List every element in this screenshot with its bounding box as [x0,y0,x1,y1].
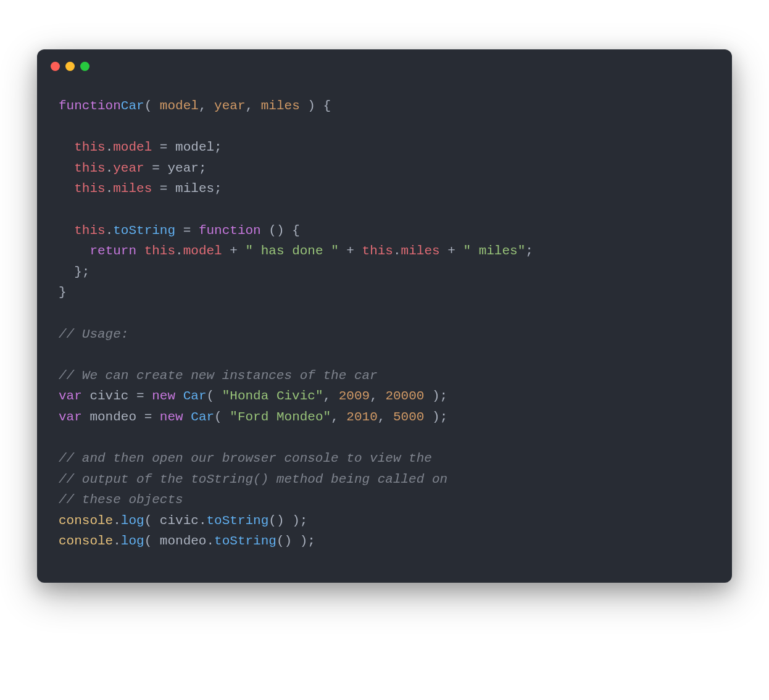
keyword-new: new [160,410,183,424]
comment: // output of the toString() method being… [59,472,447,486]
property: year [113,161,144,175]
string-literal: " has done " [246,244,339,258]
minimize-icon[interactable] [65,62,75,71]
number-literal: 2009 [339,389,370,403]
property: miles [113,181,152,196]
string-literal: "Honda Civic" [222,389,323,403]
maximize-icon[interactable] [80,62,89,71]
close-icon[interactable] [51,62,60,71]
function-name: Car [121,99,144,113]
number-literal: 5000 [393,410,424,424]
comment: // these objects [59,493,183,507]
string-literal: " miles" [463,244,525,258]
object-console: console [59,534,113,548]
property: miles [401,244,440,258]
keyword-var: var [59,389,82,403]
method-log: log [121,534,144,548]
keyword-function: function [199,223,261,238]
keyword-function: function [59,99,121,113]
constructor: Car [191,410,214,424]
number-literal: 2010 [346,410,377,424]
keyword-this: this [74,223,105,238]
keyword-this: this [362,244,393,258]
param: model [160,99,199,113]
param: year [214,99,245,113]
keyword-this: this [74,181,105,196]
method: toString [214,534,276,548]
code-editor: functionCar( model, year, miles ) { this… [37,77,732,583]
keyword-this: this [74,161,105,175]
property: model [113,140,152,154]
method-log: log [121,514,144,528]
keyword-this: this [74,140,105,154]
number-literal: 20000 [385,389,424,403]
keyword-var: var [59,410,82,424]
comment: // and then open our browser console to … [59,451,432,465]
comment: // We can create new instances of the ca… [59,369,378,383]
object-console: console [59,514,113,528]
method: toString [113,223,175,238]
method: toString [206,514,268,528]
comment: // Usage: [59,327,128,341]
keyword-new: new [152,389,175,403]
constructor: Car [183,389,207,403]
titlebar [37,49,732,77]
property: model [183,244,222,258]
code-window: functionCar( model, year, miles ) { this… [37,49,732,583]
keyword-this: this [144,244,175,258]
keyword-return: return [89,244,136,258]
string-literal: "Ford Mondeo" [230,410,331,424]
param: miles [261,99,300,113]
